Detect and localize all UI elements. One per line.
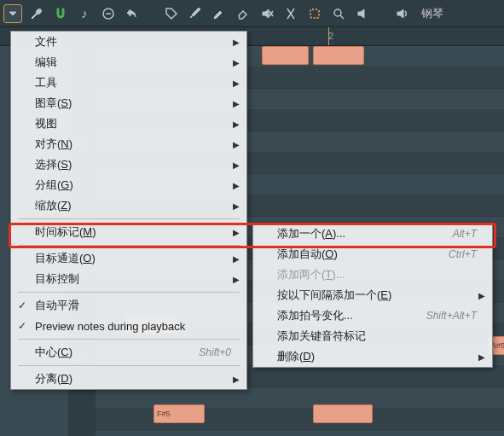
submenu-add-keynote[interactable]: 添加关键音符标记 xyxy=(253,326,492,346)
menu-time-markers[interactable]: 时间标记(M)▶ xyxy=(11,222,246,242)
midi-note[interactable] xyxy=(313,46,364,65)
submenu-delete[interactable]: 删除(D)▶ xyxy=(253,346,492,367)
submenu-time-markers: 添加一个(A)...Alt+T 添加自动(O)Ctrl+T 添加两个(T)...… xyxy=(252,223,493,368)
menu-file[interactable]: 文件▶ xyxy=(11,32,246,52)
menu-separator xyxy=(18,365,240,366)
context-menu: 文件▶ 编辑▶ 工具▶ 图章(S)▶ 视图▶ 对齐(N)▶ 选择(S)▶ 分组(… xyxy=(10,31,247,390)
submenu-add-auto[interactable]: 添加自动(O)Ctrl+T xyxy=(253,244,492,265)
toolbar: ♪ 钢琴 xyxy=(0,0,504,27)
menu-separator xyxy=(18,339,240,340)
menu-center[interactable]: 中心(C)Shift+0 xyxy=(11,342,246,363)
midi-note[interactable] xyxy=(262,46,309,65)
magnet-icon[interactable] xyxy=(51,4,70,23)
menu-stamp[interactable]: 图章(S)▶ xyxy=(11,93,246,113)
playhead[interactable] xyxy=(328,27,329,45)
circle-minus-icon[interactable] xyxy=(99,4,118,23)
mute-icon[interactable] xyxy=(258,4,276,23)
midi-note[interactable] xyxy=(313,404,373,423)
select-icon[interactable] xyxy=(305,4,324,23)
menu-auto-smooth[interactable]: ✓自动平滑 xyxy=(11,295,246,316)
menu-group[interactable]: 分组(G)▶ xyxy=(11,175,246,195)
zoom-icon[interactable] xyxy=(329,4,348,23)
menu-tools[interactable]: 工具▶ xyxy=(11,73,246,93)
volume-icon[interactable] xyxy=(392,4,411,23)
menu-detach[interactable]: 分离(D)▶ xyxy=(11,369,246,389)
menu-view[interactable]: 视图▶ xyxy=(11,113,246,134)
note-icon[interactable]: ♪ xyxy=(75,4,94,23)
svg-rect-1 xyxy=(310,9,319,18)
menu-target-control[interactable]: 目标控制▶ xyxy=(11,269,246,289)
wrench-icon[interactable] xyxy=(27,4,46,23)
eraser-icon[interactable] xyxy=(234,4,252,23)
brush-icon[interactable] xyxy=(186,4,205,23)
menu-dropdown-button[interactable] xyxy=(3,4,22,23)
midi-note[interactable]: F#5 xyxy=(154,404,205,423)
instrument-label[interactable]: 钢琴 xyxy=(421,6,443,21)
menu-select[interactable]: 选择(S)▶ xyxy=(11,154,246,175)
menu-separator xyxy=(18,218,240,219)
menu-preview-notes[interactable]: ✓Preview notes during playback xyxy=(11,316,246,336)
speaker-icon[interactable] xyxy=(353,4,372,23)
menu-separator xyxy=(18,245,240,246)
submenu-add-two: 添加两个(T)... xyxy=(253,265,492,285)
svg-point-2 xyxy=(334,9,341,16)
menu-zoom[interactable]: 缩放(Z)▶ xyxy=(11,195,246,216)
cut-icon[interactable] xyxy=(281,4,300,23)
paint-icon[interactable] xyxy=(210,4,229,23)
menu-snap[interactable]: 对齐(N)▶ xyxy=(11,134,246,154)
menu-target-channel[interactable]: 目标通道(O)▶ xyxy=(11,248,246,269)
menu-edit[interactable]: 编辑▶ xyxy=(11,52,246,73)
submenu-add-one[interactable]: 添加一个(A)...Alt+T xyxy=(253,224,492,244)
tag-icon[interactable] xyxy=(162,4,181,23)
submenu-add-interval[interactable]: 按以下间隔添加一个(E)▶ xyxy=(253,285,492,305)
submenu-add-timesig[interactable]: 添加拍号变化...Shift+Alt+T xyxy=(253,305,492,326)
undo-icon[interactable] xyxy=(123,4,142,23)
menu-separator xyxy=(18,292,240,293)
